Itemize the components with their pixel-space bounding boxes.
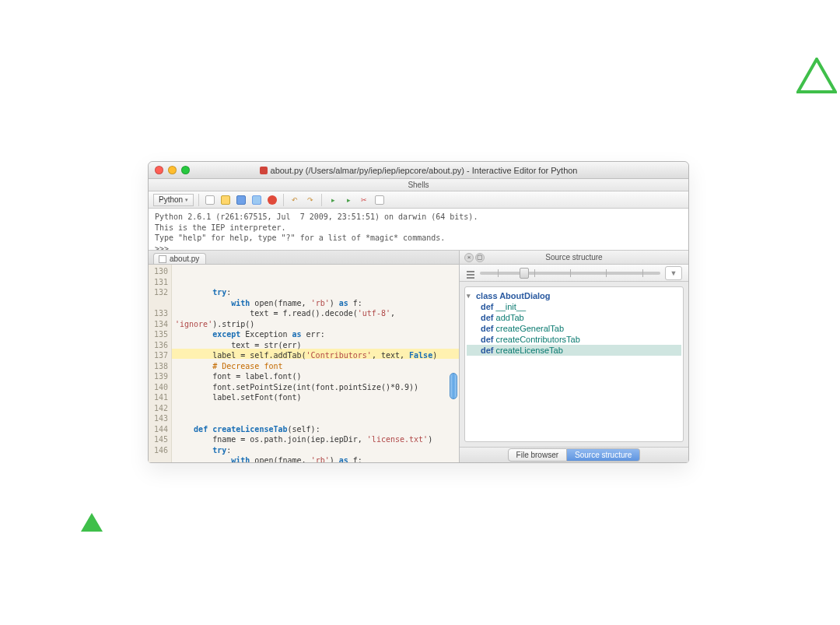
tab-file-browser[interactable]: File browser: [508, 448, 567, 462]
play-icon: ▸: [347, 196, 351, 204]
minimize-window-button[interactable]: [168, 166, 177, 174]
save-file-button[interactable]: [235, 194, 247, 206]
titlebar: about.py (/Users/almar/py/iep/iep/iepcor…: [149, 162, 688, 179]
zoom-window-button[interactable]: [181, 166, 190, 174]
slider-knob[interactable]: [520, 268, 529, 279]
source-structure-pane: × ▢ Source structure ▼ class AboutDial: [460, 251, 688, 462]
svg-rect-3: [467, 277, 474, 279]
close-window-button[interactable]: [155, 166, 163, 174]
source-structure-title: Source structure: [545, 253, 602, 262]
filter-button[interactable]: ▼: [665, 266, 682, 280]
redo-icon: ↷: [307, 196, 313, 204]
save-all-button[interactable]: [250, 194, 263, 206]
tree-def-item[interactable]: def __init__: [467, 301, 681, 312]
app-icon: [260, 167, 268, 174]
svg-marker-0: [798, 59, 835, 92]
play-icon: ▸: [331, 196, 335, 204]
python-dropdown[interactable]: Python ▾: [153, 194, 194, 206]
redo-button[interactable]: ↷: [304, 194, 317, 206]
shell-output[interactable]: Python 2.6.1 (r261:67515, Jul 7 2009, 23…: [149, 209, 688, 251]
toolbar-separator: [321, 194, 322, 206]
traffic-lights: [155, 166, 190, 174]
cut-button[interactable]: ✂: [358, 194, 370, 206]
svg-rect-1: [467, 271, 474, 272]
file-icon: [159, 255, 166, 263]
source-structure-header: × ▢ Source structure: [460, 251, 688, 265]
tools-button[interactable]: [373, 194, 386, 206]
svg-rect-2: [467, 274, 474, 276]
open-file-button[interactable]: [219, 194, 232, 206]
tree-def-item[interactable]: def createContributorsTab: [467, 334, 681, 345]
stop-button[interactable]: [266, 194, 278, 206]
depth-slider[interactable]: [480, 272, 660, 275]
tree-def-item[interactable]: def createLicenseTab: [467, 345, 681, 356]
chevron-down-icon: ▾: [185, 197, 188, 203]
panel-close-button[interactable]: ×: [464, 253, 474, 262]
outline-icon[interactable]: [466, 269, 475, 278]
run-cell-button[interactable]: ▸: [342, 194, 355, 206]
tab-label: about.py: [170, 255, 199, 263]
undo-button[interactable]: ↶: [289, 194, 301, 206]
editor-pane: about.py 1301311321331341351361371381391…: [149, 251, 460, 462]
toolbar-separator: [283, 194, 284, 206]
structure-tree[interactable]: class AboutDialogdef __init__def addTabd…: [464, 286, 684, 442]
triangle-solid-icon: [81, 513, 103, 532]
toolbar: Python ▾ ↶ ↷ ▸ ▸ ✂: [149, 191, 688, 209]
python-label: Python: [159, 195, 183, 204]
run-button[interactable]: ▸: [327, 194, 339, 206]
tree-def-item[interactable]: def addTab: [467, 312, 681, 323]
panel-tabs: File browser Source structure: [460, 447, 688, 462]
toolbar-separator: [198, 194, 199, 206]
line-gutter: 1301311321331341351361371381391401411421…: [149, 265, 172, 462]
undo-icon: ↶: [292, 196, 298, 204]
new-file-button[interactable]: [204, 194, 216, 206]
editor-tab-about[interactable]: about.py: [153, 253, 206, 264]
filter-icon: ▼: [670, 269, 677, 277]
shells-label: Shells: [149, 179, 688, 191]
code-editor[interactable]: 1301311321331341351361371381391401411421…: [149, 265, 459, 462]
source-structure-toolbar: ▼: [460, 265, 688, 282]
window-title: about.py (/Users/almar/py/iep/iep/iepcor…: [271, 166, 578, 175]
code-lines[interactable]: try: with open(fname, 'rb') as f: text =…: [172, 265, 459, 462]
panel-undock-button[interactable]: ▢: [475, 253, 485, 262]
editor-tabstrip: about.py: [149, 251, 459, 265]
tree-def-item[interactable]: def createGeneralTab: [467, 323, 681, 334]
main-split: about.py 1301311321331341351361371381391…: [149, 251, 688, 462]
tab-source-structure[interactable]: Source structure: [567, 448, 640, 462]
scissors-icon: ✂: [361, 196, 367, 204]
tree-class-item[interactable]: class AboutDialog: [467, 290, 681, 301]
app-window: about.py (/Users/almar/py/iep/iep/iepcor…: [148, 161, 689, 463]
